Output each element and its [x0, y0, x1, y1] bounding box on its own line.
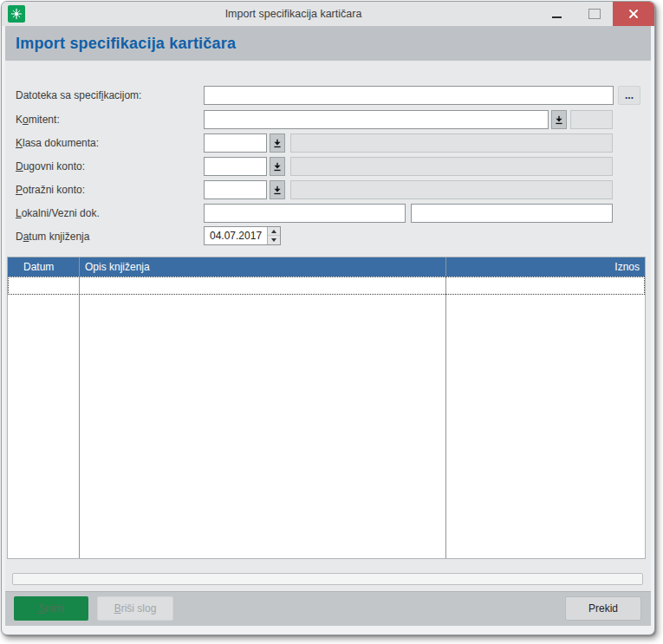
dugovni-input[interactable]: [204, 157, 267, 176]
close-icon: [628, 9, 639, 19]
dugovni-dropdown-button[interactable]: [270, 157, 285, 176]
label-lokalni: Lokalni/Vezni dok.: [16, 206, 199, 220]
potrazni-name-display: [290, 180, 613, 199]
dialog-window: Import specifikacija kartičara Import sp…: [1, 1, 655, 635]
label-datoteka: Datoteka sa specifikacijom:: [16, 88, 199, 102]
maximize-icon: [588, 9, 601, 19]
spin-down-button[interactable]: [268, 236, 280, 244]
dropdown-icon: [273, 185, 282, 195]
klasa-input[interactable]: [204, 133, 267, 153]
label-klasa: Klasa dokumenta:: [16, 136, 199, 150]
label-datum: Datum knjiženja: [16, 230, 199, 244]
komitent-input[interactable]: [204, 110, 549, 129]
label-komitent: Komitent:: [16, 113, 199, 127]
minimize-button[interactable]: [540, 2, 573, 26]
brisi-slog-button[interactable]: Briši slog: [97, 596, 173, 621]
title-bar[interactable]: Import specifikacija kartičara: [2, 2, 654, 26]
close-button[interactable]: [613, 2, 654, 26]
klasa-dropdown-button[interactable]: [270, 133, 285, 153]
potrazni-input[interactable]: [204, 180, 267, 199]
komitent-dropdown-button[interactable]: [551, 110, 567, 129]
records-table[interactable]: Datum Opis knjiženja Iznos: [7, 257, 646, 559]
datum-value: 04.07.2017: [210, 227, 262, 244]
vezni-dok-input[interactable]: [411, 204, 613, 223]
selected-empty-row[interactable]: [8, 276, 645, 295]
column-separator: [79, 257, 80, 558]
label-dugovni: Dugovni konto:: [16, 159, 199, 173]
column-separator: [445, 257, 446, 558]
lokalni-dok-input[interactable]: [204, 204, 406, 223]
table-header: Datum Opis knjiženja Iznos: [8, 257, 645, 276]
datum-input[interactable]: 04.07.2017: [204, 226, 281, 245]
komitent-code-display: [570, 110, 613, 129]
dropdown-icon: [555, 115, 563, 125]
snimi-button[interactable]: Snimi: [14, 596, 88, 621]
app-sparkle-icon: [8, 5, 25, 23]
klasa-name-display: [290, 133, 613, 153]
dugovni-name-display: [290, 157, 613, 176]
file-path-input[interactable]: [204, 86, 614, 105]
progress-bar: [12, 573, 643, 585]
datum-spinner: [267, 227, 280, 244]
prekid-button[interactable]: Prekid: [565, 596, 641, 621]
label-potrazni: Potražni konto:: [16, 183, 199, 197]
page-header: Import specifikacija kartičara: [5, 26, 651, 61]
minimize-icon: [552, 16, 562, 18]
triangle-down-icon: [271, 238, 276, 242]
maximize-button[interactable]: [578, 2, 611, 26]
potrazni-dropdown-button[interactable]: [270, 180, 285, 199]
triangle-up-icon: [271, 230, 276, 233]
page-title: Import specifikacija kartičara: [16, 26, 236, 61]
column-header-iznos: Iznos: [614, 257, 640, 276]
window-title: Import specifikacija kartičara: [54, 2, 533, 26]
column-header-datum: Datum: [23, 257, 54, 276]
dropdown-icon: [273, 139, 282, 148]
browse-button[interactable]: ...: [618, 86, 640, 105]
spin-up-button[interactable]: [268, 227, 280, 236]
dropdown-icon: [273, 162, 282, 172]
column-header-opis: Opis knjiženja: [85, 257, 150, 276]
